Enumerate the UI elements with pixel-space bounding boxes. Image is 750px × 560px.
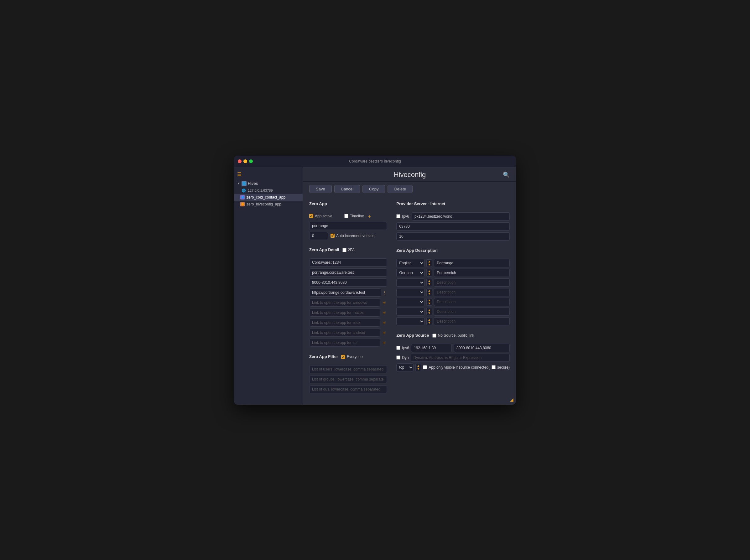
provider-port-input[interactable]	[396, 222, 510, 231]
provider-ipv6-checkbox[interactable]	[396, 214, 400, 218]
sidebar-hives-section[interactable]: ▼ 🌐 Hives	[234, 179, 303, 187]
lang-stepper-6[interactable]: ▲▼	[427, 308, 432, 315]
visible-checkbox[interactable]	[423, 365, 427, 369]
everyone-checkbox[interactable]	[341, 355, 345, 359]
source-dyn-label[interactable]: Dyn	[396, 356, 409, 360]
link-linux-input[interactable]	[309, 319, 380, 327]
lang-stepper-7[interactable]: ▲▼	[427, 318, 432, 325]
desc-value-7[interactable]	[434, 317, 510, 325]
link-macos-add-button[interactable]: ＋	[381, 309, 387, 316]
resize-handle[interactable]: ◢	[510, 397, 513, 402]
link-ios-input[interactable]	[309, 339, 380, 347]
zero-app-source-title: Zero App Source	[396, 333, 429, 338]
minimize-button[interactable]	[243, 159, 247, 163]
close-button[interactable]	[238, 159, 241, 163]
source-dyn-input[interactable]	[411, 354, 510, 362]
provider-port-row	[396, 222, 510, 231]
secure-label[interactable]: secure)	[492, 365, 510, 369]
desc-value-3[interactable]	[434, 278, 510, 286]
app-active-checkbox[interactable]	[309, 214, 313, 218]
desc-value-2[interactable]	[434, 269, 510, 277]
sidebar-item-hiveconfig[interactable]: 🔶 zero_hiveconfig_app	[234, 201, 303, 208]
source-port-input[interactable]	[454, 344, 510, 352]
sidebar-ip-item[interactable]: 🌐 127.0.0.1:63789	[234, 187, 303, 194]
filter-groups-input[interactable]	[309, 375, 387, 383]
detail-field3-input[interactable]	[309, 278, 387, 286]
lang-stepper-1[interactable]: ▲▼	[427, 259, 432, 267]
portrange-input[interactable]	[309, 222, 387, 230]
lang-select-5[interactable]	[396, 298, 425, 306]
twofa-label[interactable]: 2FA	[342, 248, 355, 252]
lang-stepper-3[interactable]: ▲▼	[427, 279, 432, 286]
desc-row-6: ▲▼	[396, 307, 510, 316]
no-source-checkbox[interactable]	[432, 334, 436, 338]
lang-stepper-5[interactable]: ▲▼	[427, 298, 432, 306]
provider-server-input[interactable]	[412, 212, 510, 220]
filter-groups-row	[309, 375, 387, 383]
auto-increment-checkbox[interactable]	[331, 234, 335, 238]
hiveconfig-icon: 🔶	[240, 202, 245, 206]
sidebar-item2-label: zero_hiveconfig_app	[246, 202, 281, 206]
link-windows-input[interactable]	[309, 299, 380, 307]
link-ios-add-button[interactable]: ＋	[381, 339, 387, 346]
save-button[interactable]: Save	[309, 185, 332, 193]
auto-increment-label[interactable]: Auto increment version	[331, 234, 375, 238]
delete-button[interactable]: Delete	[388, 185, 413, 193]
zero-app-description-title: Zero App Description	[396, 248, 438, 253]
desc-value-5[interactable]	[434, 298, 510, 306]
tcp-select[interactable]: tcp udp	[396, 363, 414, 372]
filter-users-row	[309, 365, 387, 373]
desc-value-6[interactable]	[434, 307, 510, 316]
filter-ous-input[interactable]	[309, 385, 387, 393]
secure-checkbox[interactable]	[492, 365, 496, 369]
lang-select-6[interactable]	[396, 307, 425, 316]
cancel-button[interactable]: Cancel	[334, 185, 360, 193]
desc-value-1[interactable]	[434, 259, 510, 267]
timeline-add-button[interactable]: ＋	[367, 212, 372, 220]
desc-row-7: ▲▼	[396, 317, 510, 325]
provider-number-input[interactable]	[396, 233, 510, 241]
hamburger-icon[interactable]: ☰	[237, 171, 241, 177]
app-active-label[interactable]: App active	[309, 214, 332, 218]
filter-users-input[interactable]	[309, 365, 387, 373]
detail-field4-row: ⋮	[309, 288, 387, 297]
tcp-stepper[interactable]: ▲▼	[415, 364, 421, 371]
lang-select-4[interactable]	[396, 288, 425, 296]
detail-field4-input[interactable]	[309, 288, 381, 297]
provider-server-section: Provider Server - Internet Ipv6	[396, 199, 510, 241]
link-android-input[interactable]	[309, 328, 380, 337]
copy-button[interactable]: Copy	[362, 185, 385, 193]
version-input[interactable]	[309, 232, 328, 240]
lang-select-7[interactable]	[396, 317, 425, 325]
source-ipv6-label[interactable]: Ipv6	[396, 346, 409, 350]
link-linux-add-button[interactable]: ＋	[381, 319, 387, 326]
link-windows-add-button[interactable]: ＋	[381, 299, 387, 306]
desc-value-4[interactable]	[434, 288, 510, 296]
sidebar-item-cold-contact[interactable]: 🔷 zero_cold_contact_app	[234, 194, 303, 201]
app-active-row: App active Timeline ＋	[309, 212, 387, 220]
link-android-add-button[interactable]: ＋	[381, 329, 387, 336]
detail-field1-input[interactable]	[309, 258, 387, 266]
visible-label[interactable]: App only visible if source connected(	[423, 365, 490, 369]
source-ipv6-checkbox[interactable]	[396, 346, 400, 350]
field4-options-button[interactable]: ⋮	[382, 290, 387, 295]
everyone-label[interactable]: Everyone	[341, 355, 363, 359]
link-macos-input[interactable]	[309, 308, 380, 317]
portrange-row	[309, 222, 387, 230]
detail-field2-input[interactable]	[309, 268, 387, 277]
no-source-label[interactable]: No Source, public link	[432, 333, 474, 338]
lang-select-1[interactable]: English German	[396, 259, 425, 267]
link-windows-row: ＋	[309, 299, 387, 307]
source-dyn-checkbox[interactable]	[396, 356, 400, 360]
lang-select-2[interactable]: German English	[396, 269, 425, 277]
lang-stepper-2[interactable]: ▲▼	[427, 269, 432, 277]
timeline-label[interactable]: Timeline	[344, 214, 364, 218]
twofa-checkbox[interactable]	[342, 248, 347, 252]
maximize-button[interactable]	[249, 159, 253, 163]
provider-ipv6-label[interactable]: Ipv6	[396, 214, 409, 219]
lang-stepper-4[interactable]: ▲▼	[427, 288, 432, 296]
search-button[interactable]: 🔍	[503, 171, 510, 178]
timeline-checkbox[interactable]	[344, 214, 348, 218]
source-ip-input[interactable]	[411, 344, 452, 352]
lang-select-3[interactable]	[396, 278, 425, 286]
